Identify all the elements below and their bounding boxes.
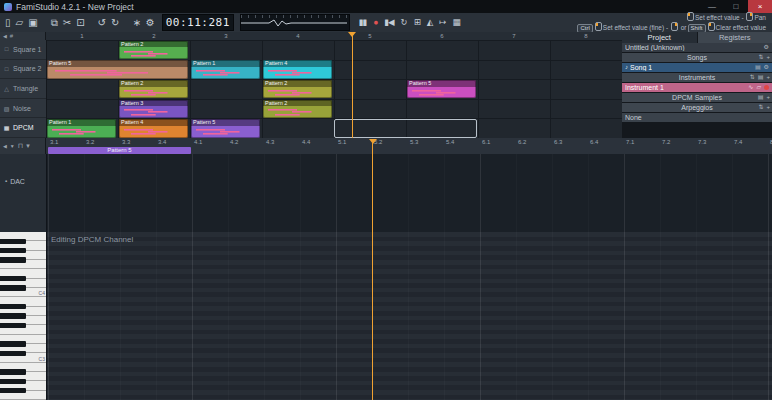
column-number[interactable]: 2 <box>118 32 190 40</box>
pattern-notes-preview <box>265 89 330 96</box>
sequencer-grid[interactable]: Pattern 2Pattern 5Pattern 1Pattern 4Patt… <box>46 40 622 138</box>
pattern-block[interactable]: Pattern 2 <box>263 80 332 98</box>
timeline-label: 4.3 <box>266 139 274 145</box>
sequencer-column-numbers[interactable]: 12345678 <box>0 32 622 40</box>
column-number[interactable]: 7 <box>478 32 550 40</box>
record-button[interactable]: ● <box>372 14 378 31</box>
piano-black-key[interactable] <box>0 285 26 290</box>
add-arpeggio-icon[interactable]: + <box>766 103 770 112</box>
column-number[interactable]: 5 <box>334 32 406 40</box>
pattern-block[interactable]: Pattern 2 <box>119 41 188 59</box>
snap-icon[interactable]: ⊓ <box>18 142 23 150</box>
paste-button[interactable]: ⊡ <box>75 14 85 31</box>
pianoroll-playhead-marker[interactable] <box>369 139 377 144</box>
piano-black-key[interactable] <box>0 304 26 309</box>
tab-registers[interactable]: Registers <box>697 32 772 43</box>
pattern-block[interactable]: Pattern 1 <box>191 60 260 78</box>
piano-black-key[interactable] <box>0 276 26 281</box>
export-button[interactable]: ∗ <box>131 14 141 31</box>
file-icon[interactable]: ▤ <box>755 63 761 72</box>
sort-icon[interactable]: ⇅ <box>750 73 755 82</box>
oscilloscope[interactable] <box>240 14 350 31</box>
piano-black-key[interactable] <box>0 351 26 356</box>
pattern-block[interactable]: Pattern 5 <box>407 80 476 98</box>
chevron-left-icon[interactable]: ◀ <box>3 32 7 40</box>
copy-button[interactable]: ⧉ <box>50 14 59 31</box>
channel-row-dpcm[interactable]: ▦DPCM <box>0 118 46 138</box>
pattern-block[interactable]: Pattern 2 <box>119 80 188 98</box>
column-number[interactable]: 8 <box>550 32 622 40</box>
load-sample-icon[interactable]: ▤ <box>758 93 764 102</box>
red-dot-icon[interactable] <box>764 85 769 90</box>
envelope-duty-icon[interactable]: ▱ <box>756 83 761 92</box>
pattern-block[interactable]: Pattern 5 <box>47 60 188 78</box>
follow-mode-button[interactable]: ↦ <box>438 14 446 31</box>
piano-black-key[interactable] <box>0 379 26 384</box>
column-number[interactable]: 6 <box>406 32 478 40</box>
selection-rectangle[interactable] <box>334 119 477 138</box>
pianoroll-timeline[interactable]: Pattern 5 3.13.23.33.44.14.24.34.45.15.2… <box>0 138 772 155</box>
pattern-block[interactable]: Pattern 4 <box>119 119 188 137</box>
channel-row-triangle[interactable]: △Triangle <box>0 79 46 99</box>
song-row[interactable]: ♪ Song 1 ▤⚙ <box>622 63 772 73</box>
instrument-row[interactable]: Instrument 1 ∿▱ <box>622 83 772 93</box>
dac-effect-button[interactable]: ▪ DAC <box>0 176 46 186</box>
open-project-button[interactable]: ▱ <box>15 14 25 31</box>
cut-button[interactable]: ✂ <box>62 14 72 31</box>
snap-resolution-icon[interactable]: ▾ <box>26 142 30 150</box>
pattern-block[interactable]: Pattern 3 <box>119 100 188 118</box>
piano-black-key[interactable] <box>0 369 26 374</box>
arpeggio-none-row[interactable]: None <box>622 113 772 123</box>
add-sample-icon[interactable]: + <box>766 93 770 102</box>
hint-text: Pan <box>754 14 766 21</box>
effect-panel[interactable] <box>46 154 772 233</box>
machine-button[interactable]: ▦ <box>451 14 460 31</box>
metronome-button[interactable]: ◭ <box>426 14 434 31</box>
note-grid[interactable]: Editing DPCM Channel <box>46 232 772 400</box>
envelope-wave-icon[interactable]: ∿ <box>748 83 753 92</box>
pattern-name: Pattern 2 <box>119 80 188 87</box>
pattern-block[interactable]: Pattern 1 <box>47 119 116 137</box>
save-project-button[interactable]: ▣ <box>27 14 38 31</box>
pattern-block[interactable]: Pattern 2 <box>263 100 332 118</box>
pattern-header-bar[interactable]: Pattern 5 <box>48 147 191 154</box>
loop-mode-button[interactable]: ↻ <box>400 14 408 31</box>
add-instrument-icon[interactable]: + <box>766 73 770 82</box>
pattern-block[interactable]: Pattern 5 <box>191 119 260 137</box>
new-project-button[interactable]: ▯ <box>4 14 12 31</box>
rewind-button[interactable]: ▮◀ <box>383 14 394 31</box>
pattern-notes-preview <box>121 109 186 116</box>
column-number[interactable]: 3 <box>190 32 262 40</box>
redo-button[interactable]: ↻ <box>110 14 120 31</box>
qwerty-piano-button[interactable]: ⊞ <box>413 14 421 31</box>
channel-row-square2[interactable]: □Square 2 <box>0 60 46 80</box>
gear-icon[interactable]: ⚙ <box>764 43 769 52</box>
piano-black-key[interactable] <box>0 313 26 318</box>
piano-black-key[interactable] <box>0 239 26 244</box>
config-button[interactable]: ⚙ <box>145 14 156 31</box>
piano-black-key[interactable] <box>0 323 26 328</box>
collapse-icon[interactable]: ◀ <box>3 143 7 149</box>
channel-row-square1[interactable]: □Square 1 <box>0 40 46 60</box>
tab-project[interactable]: Project <box>622 32 697 43</box>
channel-row-noise[interactable]: ▨Noise <box>0 99 46 119</box>
piano-black-key[interactable] <box>0 341 26 346</box>
play-pause-button[interactable]: ▮▮ <box>358 14 367 31</box>
piano-black-key[interactable] <box>0 257 26 262</box>
add-song-icon[interactable]: + <box>766 53 770 62</box>
undo-button[interactable]: ↺ <box>97 14 107 31</box>
pattern-notes-preview <box>49 69 186 76</box>
load-instrument-icon[interactable]: ▤ <box>758 73 764 82</box>
pattern-block[interactable]: Pattern 4 <box>263 60 332 78</box>
column-number[interactable]: 1 <box>46 32 118 40</box>
sort-icon[interactable]: ⇅ <box>758 53 763 62</box>
piano-keyboard[interactable]: C4C3C2C1 <box>0 232 46 400</box>
column-number[interactable]: 4 <box>262 32 334 40</box>
piano-black-key[interactable] <box>0 388 26 393</box>
pattern-notes-preview <box>121 89 186 96</box>
gear-icon[interactable]: ⚙ <box>764 63 769 72</box>
project-row[interactable]: Untitled (Unknown) ⚙ <box>622 43 772 53</box>
sort-icon[interactable]: ⇅ <box>758 103 763 112</box>
piano-black-key[interactable] <box>0 248 26 253</box>
triangle-down-icon[interactable]: ▼ <box>10 143 15 149</box>
